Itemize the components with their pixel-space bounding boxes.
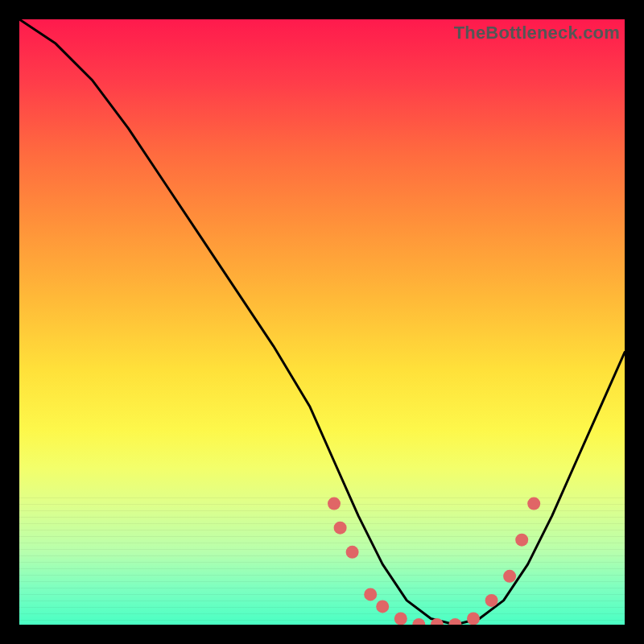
watermark-text: TheBottleneck.com — [454, 23, 620, 43]
curve-line — [19, 19, 625, 625]
data-point — [334, 522, 347, 535]
chart-frame: TheBottleneck.com — [0, 0, 644, 644]
data-point — [412, 618, 425, 625]
data-point — [328, 497, 341, 510]
data-point — [527, 497, 540, 510]
data-point — [346, 546, 359, 559]
data-point — [515, 534, 528, 547]
data-point — [467, 613, 480, 625]
data-point — [394, 613, 407, 625]
bottleneck-curve — [19, 19, 625, 625]
data-point — [448, 618, 461, 625]
data-point — [485, 594, 498, 607]
data-point — [503, 570, 516, 583]
plot-area: TheBottleneck.com — [19, 19, 625, 625]
data-point — [376, 600, 389, 613]
data-point — [364, 588, 377, 601]
